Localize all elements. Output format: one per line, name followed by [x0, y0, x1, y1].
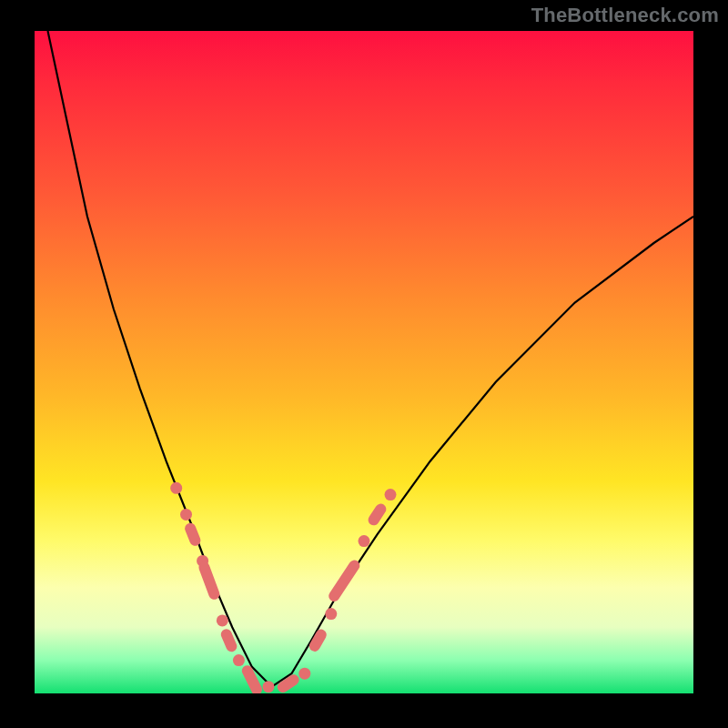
- curve-markers: [170, 482, 396, 693]
- curve-marker-pill: [366, 501, 388, 527]
- curve-svg: [35, 31, 693, 693]
- curve-marker-dot: [180, 509, 192, 521]
- curve-marker-dot: [233, 654, 245, 666]
- curve-marker-dot: [359, 535, 370, 547]
- curve-marker-pill: [276, 672, 301, 693]
- curve-marker-dot: [263, 681, 275, 693]
- watermark-text: TheBottleneck.com: [531, 4, 719, 27]
- curve-marker-pill: [219, 627, 238, 653]
- curve-marker-pill: [197, 561, 221, 602]
- curve-marker-dot: [197, 555, 208, 567]
- curve-marker-dot: [170, 482, 182, 494]
- curve-marker-pill: [183, 521, 202, 548]
- curve-marker-dot: [217, 614, 228, 626]
- curve-marker-dot: [385, 489, 397, 500]
- chart-frame: TheBottleneck.com: [0, 0, 728, 728]
- curve-marker-pill: [327, 558, 362, 603]
- curve-marker-pill: [240, 663, 264, 693]
- curve-marker-dot: [298, 668, 310, 680]
- bottleneck-curve: [48, 31, 694, 687]
- curve-marker-dot: [325, 608, 337, 620]
- plot-area: [35, 31, 693, 693]
- curve-marker-pill: [308, 627, 329, 653]
